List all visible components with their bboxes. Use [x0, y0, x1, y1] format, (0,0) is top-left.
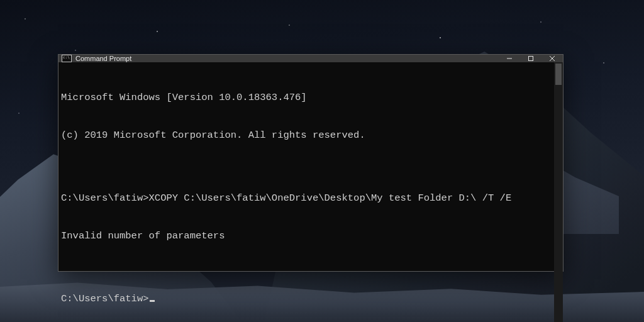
- console-line: (c) 2019 Microsoft Corporation. All righ…: [61, 129, 550, 142]
- close-icon: [549, 55, 555, 62]
- command-prompt-icon: [62, 55, 72, 62]
- scrollbar-thumb[interactable]: [555, 64, 562, 85]
- console-prompt: C:\Users\fatiw>: [61, 293, 149, 304]
- console-line: Invalid number of parameters: [61, 230, 550, 242]
- console-line: Microsoft Windows [Version 10.0.18363.47…: [61, 91, 550, 104]
- close-button[interactable]: [541, 55, 563, 62]
- vertical-scrollbar[interactable]: [554, 62, 563, 322]
- console-area: Microsoft Windows [Version 10.0.18363.47…: [58, 62, 563, 322]
- minimize-icon: [506, 55, 513, 62]
- maximize-button[interactable]: [520, 55, 541, 62]
- console-prompt-line: C:\Users\fatiw>: [61, 292, 550, 305]
- minimize-button[interactable]: [499, 55, 520, 62]
- command-prompt-window[interactable]: Command Prompt Microsoft Windows [Versio…: [58, 54, 564, 272]
- console-output[interactable]: Microsoft Windows [Version 10.0.18363.47…: [58, 62, 554, 322]
- console-line: C:\Users\fatiw>XCOPY C:\Users\fatiw\OneD…: [61, 192, 550, 204]
- cursor-icon: [150, 300, 155, 302]
- titlebar[interactable]: Command Prompt: [58, 55, 563, 62]
- maximize-icon: [528, 55, 534, 62]
- svg-rect-1: [529, 57, 533, 61]
- window-controls: [499, 55, 563, 62]
- window-title: Command Prompt: [75, 55, 131, 62]
